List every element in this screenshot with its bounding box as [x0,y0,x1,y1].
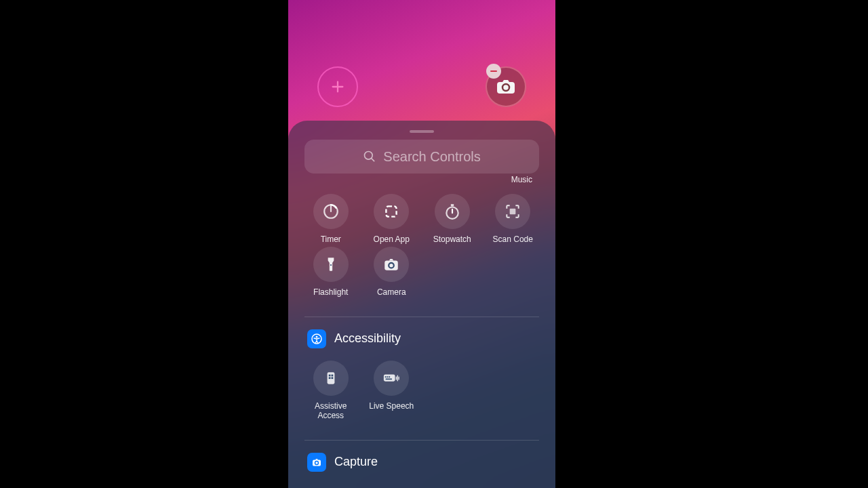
svg-rect-15 [331,374,333,376]
svg-rect-16 [329,377,331,379]
svg-rect-17 [331,377,333,379]
control-stopwatch[interactable]: Stopwatch [422,194,483,244]
accessibility-section-icon [307,329,326,348]
plus-icon [330,79,345,94]
svg-rect-20 [387,376,389,378]
flashlight-icon [322,256,340,273]
svg-rect-9 [385,261,399,270]
live-speech-icon [382,369,400,387]
divider [304,317,539,317]
svg-rect-21 [389,376,391,378]
scan-code-icon [504,203,521,220]
svg-rect-13 [327,372,334,384]
stopwatch-icon [443,203,461,220]
search-input[interactable]: Search Controls [304,140,539,174]
section-capture-header: Capture [288,453,555,472]
open-app-icon [382,203,400,220]
control-timer[interactable]: Timer [300,194,361,244]
divider [304,440,539,441]
svg-rect-7 [510,209,516,215]
add-control-button[interactable] [317,66,358,107]
svg-rect-19 [385,376,387,378]
control-camera[interactable]: Camera [361,247,422,297]
search-icon [363,150,376,163]
control-open-app[interactable]: Open App [361,194,422,244]
svg-rect-22 [386,378,392,380]
control-assistive-access[interactable]: Assistive Access [300,361,361,421]
control-scan-code[interactable]: Scan Code [483,194,544,244]
control-center-top [288,0,555,122]
control-flashlight[interactable]: Flashlight [300,247,361,297]
music-peek-label: Music [511,175,532,184]
remove-badge[interactable] [486,64,501,79]
section-accessibility-header: Accessibility [288,329,555,348]
svg-rect-18 [384,374,395,381]
sheet-grabber[interactable] [410,130,434,133]
controls-gallery-sheet: Search Controls Music Timer Open App S [288,121,555,488]
svg-point-8 [330,264,332,266]
suggested-controls-grid: Timer Open App Stopwatch [288,174,555,304]
assistive-access-icon [322,369,340,387]
svg-rect-4 [387,206,397,216]
search-placeholder: Search Controls [383,149,480,165]
svg-rect-14 [329,374,331,376]
control-live-speech[interactable]: Live Speech [361,361,422,421]
section-title: Accessibility [334,331,401,346]
accessibility-controls-grid: Assistive Access Live Speech [288,361,555,428]
camera-icon [496,79,516,95]
section-title: Capture [334,455,378,469]
capture-section-icon [307,453,326,472]
camera-icon [382,256,400,273]
svg-rect-6 [451,204,454,206]
phone-screen: Search Controls Music Timer Open App S [288,0,555,488]
timer-icon [322,203,340,220]
svg-point-12 [316,336,318,338]
